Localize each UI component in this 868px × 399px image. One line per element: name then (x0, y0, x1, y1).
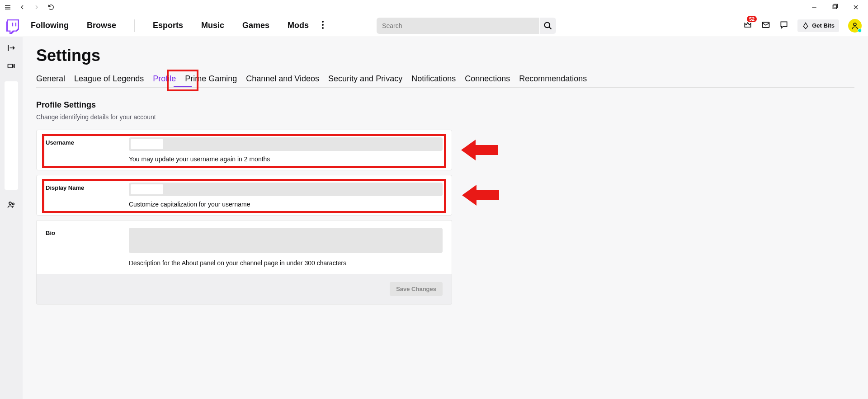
page-title: Settings (36, 46, 854, 65)
display-name-label: Display Name (46, 183, 129, 191)
svg-point-5 (545, 22, 550, 28)
friends-icon[interactable] (7, 200, 16, 209)
prime-loot-icon[interactable]: 52 (743, 20, 752, 31)
bio-label: Bio (46, 228, 129, 236)
nav-esports[interactable]: Esports (153, 21, 183, 30)
expand-sidebar-icon[interactable] (7, 43, 16, 52)
window-minimize-icon[interactable] (810, 3, 818, 11)
redacted-block (131, 139, 163, 149)
nav-following[interactable]: Following (31, 21, 69, 30)
whispers-icon[interactable] (779, 20, 788, 31)
nav-mods[interactable]: Mods (288, 21, 309, 30)
svg-rect-0 (833, 5, 836, 9)
bio-textarea[interactable] (129, 228, 443, 253)
annotation-arrow-icon (462, 185, 499, 206)
username-label: Username (46, 137, 129, 146)
twitch-logo-icon[interactable] (6, 19, 19, 32)
window-close-icon[interactable] (852, 3, 860, 11)
nav-games[interactable]: Games (242, 21, 269, 30)
tab-security-and-privacy[interactable]: Security and Privacy (328, 74, 402, 87)
display-name-help: Customize capitalization for your userna… (129, 201, 443, 208)
svg-point-9 (9, 202, 11, 204)
inbox-icon[interactable] (761, 20, 770, 31)
section-title: Profile Settings (36, 100, 854, 110)
nav-music[interactable]: Music (201, 21, 224, 30)
more-icon[interactable] (321, 20, 324, 31)
back-icon[interactable] (18, 3, 26, 11)
svg-point-4 (322, 27, 324, 29)
search-wrap (377, 18, 556, 34)
tab-general[interactable]: General (36, 74, 65, 87)
svg-point-3 (322, 24, 324, 26)
notification-badge: 52 (747, 16, 757, 22)
tab-league-of-legends[interactable]: League of Legends (74, 74, 144, 87)
browser-chrome (0, 0, 868, 14)
forward-icon[interactable] (33, 3, 41, 11)
tab-channel-and-videos[interactable]: Channel and Videos (246, 74, 319, 87)
display-name-card: Display Name Customize capitalization fo… (36, 175, 452, 216)
reload-icon[interactable] (47, 3, 55, 11)
left-sidebar (0, 37, 23, 399)
nav-right: 52 Get Bits (743, 19, 862, 33)
svg-point-7 (854, 23, 856, 26)
settings-tabs: General League of Legends Profile Prime … (36, 74, 854, 88)
save-changes-button[interactable]: Save Changes (390, 282, 443, 296)
top-nav: Following Browse Esports Music Games Mod… (0, 14, 868, 37)
svg-point-10 (12, 203, 14, 205)
tab-underline (174, 86, 192, 87)
sidebar-placeholder (5, 81, 18, 190)
redacted-block (131, 184, 163, 194)
user-avatar[interactable] (848, 19, 862, 33)
nav-links: Following Browse Esports Music Games Mod… (31, 19, 309, 32)
nav-browse[interactable]: Browse (87, 21, 116, 30)
svg-marker-11 (461, 140, 498, 160)
bio-card: Bio Description for the About panel on y… (36, 220, 452, 274)
presence-dot (858, 28, 862, 33)
section-subtitle: Change identifying details for your acco… (36, 113, 854, 121)
tab-recommendations[interactable]: Recommendations (519, 74, 587, 87)
svg-rect-1 (834, 4, 837, 8)
username-input[interactable] (129, 137, 443, 151)
save-bar: Save Changes (36, 274, 452, 305)
bio-help: Description for the About panel on your … (129, 259, 443, 267)
nav-divider (134, 19, 135, 32)
tab-connections[interactable]: Connections (465, 74, 510, 87)
tab-notifications[interactable]: Notifications (411, 74, 456, 87)
get-bits-button[interactable]: Get Bits (797, 19, 839, 32)
search-button[interactable] (540, 18, 556, 34)
svg-marker-12 (462, 185, 499, 206)
tab-profile[interactable]: Profile (153, 74, 176, 87)
username-card: Username You may update your username ag… (36, 130, 452, 170)
svg-point-2 (322, 21, 324, 23)
hamburger-icon[interactable] (4, 3, 12, 11)
search-input[interactable] (377, 18, 539, 34)
get-bits-label: Get Bits (812, 22, 835, 29)
annotation-arrow-icon (461, 140, 498, 160)
window-maximize-icon[interactable] (831, 3, 839, 11)
username-help: You may update your username again in 2 … (129, 155, 443, 163)
display-name-input[interactable] (129, 183, 443, 196)
tab-prime-gaming[interactable]: Prime Gaming (185, 74, 237, 87)
settings-content: Settings General League of Legends Profi… (23, 37, 868, 399)
camera-icon[interactable] (7, 61, 16, 70)
svg-rect-8 (8, 64, 13, 68)
